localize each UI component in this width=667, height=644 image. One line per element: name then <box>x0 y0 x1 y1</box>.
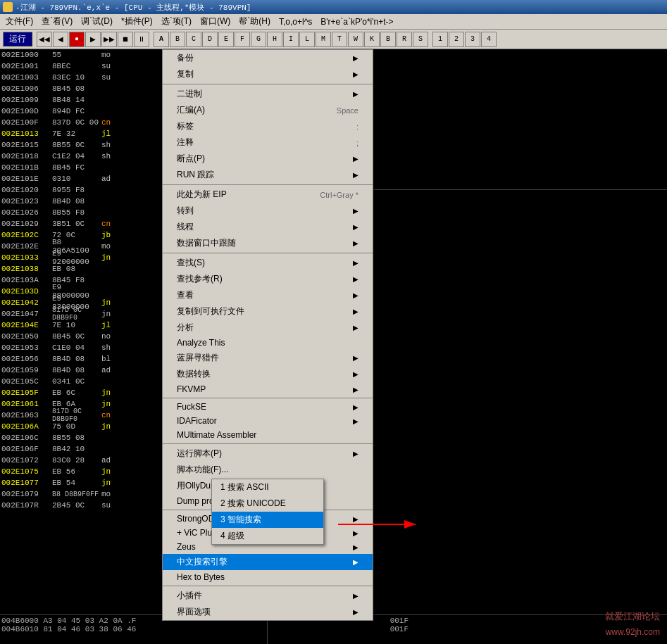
code-row[interactable]: 002E100D 894D FC <box>0 106 175 117</box>
code-row[interactable]: 002E1018 C1E2 04 sh <box>0 151 175 162</box>
code-row[interactable]: 002E1023 8B4D 08 <box>0 196 175 207</box>
ctx-backup[interactable]: 备份 ▶ <box>163 50 373 66</box>
ctx-search-ref[interactable]: 查找参考(R) ▶ <box>163 271 373 287</box>
menu-debug[interactable]: 调`试(D) <box>77 14 117 29</box>
menu-help[interactable]: 帮`助(H) <box>235 14 275 29</box>
submenu-item-ascii[interactable]: 1 搜索 ASCII <box>212 479 323 495</box>
code-row[interactable]: 002E1053 C1E0 04 sh <box>0 342 175 353</box>
code-row[interactable]: 002E1020 8955 F8 <box>0 184 175 196</box>
tb-btn-ff[interactable]: ▶▶ <box>101 32 117 47</box>
ctx-chinese-search[interactable]: 中文搜索引擎 ▶ <box>163 554 373 570</box>
code-row[interactable]: 002E1038 EB 08 <box>0 263 175 274</box>
tb-btn-s[interactable]: S <box>413 32 428 47</box>
tb-btn-n3[interactable]: 3 <box>465 32 480 47</box>
ctx-follow-data[interactable]: 数据窗口中跟随 ▶ <box>163 235 373 251</box>
tb-btn-a[interactable]: A <box>154 32 169 47</box>
code-row[interactable]: 002E101E 0310 ad <box>0 173 175 184</box>
ctx-hex-to-bytes[interactable]: Hex to Bytes <box>163 570 373 584</box>
ctx-new-eip[interactable]: 此处为新 EIP Ctrl+Gray * <box>163 187 373 203</box>
code-row[interactable]: 002E106A 75 0D jn <box>0 421 175 432</box>
tb-btn-e[interactable]: E <box>218 32 234 47</box>
ctx-label[interactable]: 标签 : <box>163 118 373 134</box>
tb-btn-n4[interactable]: 4 <box>481 32 497 47</box>
tb-btn-l[interactable]: L <box>299 32 315 47</box>
tb-btn-n2[interactable]: 2 <box>449 32 464 47</box>
code-row[interactable]: 002E1075 EB 56 jn <box>0 466 175 477</box>
ctx-bsod[interactable]: 蓝屏寻猎件 ▶ <box>163 350 373 366</box>
ctx-multimate[interactable]: MUltimate Assembler <box>163 428 373 442</box>
tb-btn-m[interactable]: M <box>316 32 331 47</box>
tb-btn-stop[interactable]: ⏹ <box>118 32 133 47</box>
tb-btn-r[interactable]: R <box>397 32 412 47</box>
tb-btn-pause[interactable]: ⏸ <box>134 32 149 47</box>
ctx-search[interactable]: 查找(S) ▶ <box>163 255 373 271</box>
submenu-item-smart[interactable]: 3 智能搜索 <box>212 512 323 528</box>
tb-btn-f[interactable]: F <box>235 32 250 47</box>
ctx-copy[interactable]: 复制 ▶ <box>163 66 373 82</box>
code-row[interactable]: 002E1079 B8 D8B9F0FF mo <box>0 488 175 500</box>
code-row[interactable]: 002E1033 E9 92000000 jn <box>0 252 175 263</box>
ctx-script-func[interactable]: 脚本功能(F)... <box>163 462 373 478</box>
ctx-breakpoint[interactable]: 断点(P) ▶ <box>163 151 373 167</box>
ctx-fkvmp[interactable]: FKVMP ▶ <box>163 382 373 396</box>
ctx-analyze[interactable]: 分析 ▶ <box>163 320 373 336</box>
code-row[interactable]: 002E105C 0341 0C <box>0 376 175 387</box>
ctx-run-trace[interactable]: RUN 跟踪 ▶ <box>163 167 373 183</box>
menu-plugins[interactable]: *插件(P) <box>117 14 157 29</box>
menu-view[interactable]: 查`看(V) <box>37 14 77 29</box>
ctx-ui-options[interactable]: 界面选项 ▶ <box>163 604 373 620</box>
ctx-comment[interactable]: 注释 ; <box>163 134 373 151</box>
code-row[interactable]: 002E1072 83C0 28 ad <box>0 455 175 466</box>
code-row[interactable]: 002E1003 83EC 10 su <box>0 72 175 83</box>
code-row[interactable]: 002E1026 8B55 F8 <box>0 207 175 218</box>
code-row[interactable]: 002E106C 8B55 08 <box>0 432 175 443</box>
code-row[interactable]: 002E101B 8B45 FC <box>0 162 175 173</box>
ctx-binary[interactable]: 二进制 ▶ <box>163 86 373 102</box>
code-row[interactable]: 002E1029 3B51 0C cn <box>0 218 175 229</box>
code-row[interactable]: 002E1000 55 mo <box>0 49 175 61</box>
tb-btn-step[interactable]: ● <box>69 32 85 47</box>
ctx-fuckse[interactable]: FuckSE ▶ <box>163 400 373 414</box>
ctx-view[interactable]: 查看 ▶ <box>163 287 373 303</box>
ctx-small-plugins[interactable]: 小插件 ▶ <box>163 588 373 604</box>
tb-btn-run[interactable]: ▶ <box>85 32 101 47</box>
ctx-assemble[interactable]: 汇编(A) Space <box>163 102 373 118</box>
tb-btn-n1[interactable]: 1 <box>432 32 448 47</box>
code-row[interactable]: 002E104E 7E 10 jl <box>0 320 175 331</box>
code-row[interactable]: 002E1013 7E 32 jl <box>0 128 175 139</box>
code-row[interactable]: 002E1015 8B55 0C sh <box>0 139 175 151</box>
ctx-analyze-this[interactable]: Analyze This <box>163 336 373 350</box>
ctx-thread[interactable]: 线程 ▶ <box>163 219 373 235</box>
menu-file[interactable]: 文件(F) <box>1 14 37 29</box>
tb-btn-k[interactable]: K <box>364 32 380 47</box>
code-row[interactable]: 002E100F 837D 0C 00 cn <box>0 117 175 128</box>
menu-options[interactable]: 选`项(T) <box>157 14 196 29</box>
ctx-run-script[interactable]: 运行脚本(P) ▶ <box>163 446 373 462</box>
code-row[interactable]: 002E106F 8B42 10 <box>0 443 175 455</box>
submenu-item-super[interactable]: 4 超级 <box>212 528 323 544</box>
code-row[interactable]: 002E105F EB 6C jn <box>0 387 175 398</box>
tb-btn-g[interactable]: G <box>251 32 266 47</box>
code-row[interactable]: 002E1059 8B4D 08 ad <box>0 365 175 376</box>
code-row[interactable]: 002E1009 8B48 14 <box>0 94 175 106</box>
menu-window[interactable]: 窗口(W) <box>196 14 235 29</box>
code-row[interactable]: 002E1077 EB 54 jn <box>0 477 175 488</box>
tb-btn-1[interactable]: ◀◀ <box>37 32 52 47</box>
menu-breakpoints[interactable]: B'r+e`a`kP'o*i'n+t-> <box>316 15 397 28</box>
code-row[interactable]: 002E1050 8B45 0C no <box>0 331 175 342</box>
menu-tools[interactable]: T,o,o+l^s <box>275 15 316 28</box>
ctx-data-convert[interactable]: 数据转换 ▶ <box>163 366 373 382</box>
ctx-idaficator[interactable]: IDAFicator ▶ <box>163 414 373 428</box>
code-row[interactable]: 002E1047 817D 0C D8B9F0 jn <box>0 308 175 320</box>
tb-btn-w[interactable]: W <box>348 32 363 47</box>
code-row[interactable]: 002E1006 8B45 08 <box>0 83 175 94</box>
code-row[interactable]: 002E107R 2B45 0C su <box>0 500 175 511</box>
submenu-item-unicode[interactable]: 2 搜索 UNICODE <box>212 495 323 512</box>
tb-btn-h[interactable]: H <box>267 32 282 47</box>
tb-btn-i[interactable]: I <box>283 32 299 47</box>
tb-btn-b[interactable]: B <box>170 32 185 47</box>
tb-btn-c[interactable]: C <box>186 32 201 47</box>
ctx-goto[interactable]: 转到 ▶ <box>163 203 373 219</box>
tb-btn-2[interactable]: ◀ <box>53 32 68 47</box>
tb-btn-b2[interactable]: B <box>380 32 396 47</box>
